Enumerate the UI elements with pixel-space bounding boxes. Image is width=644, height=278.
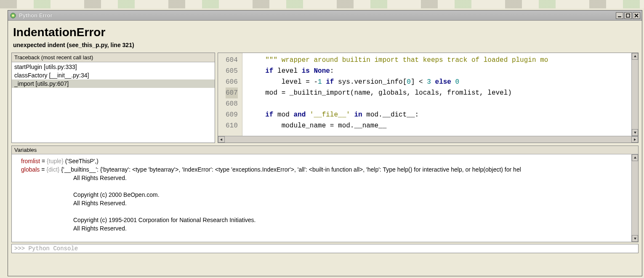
error-message: unexpected indent (see_this_p.py, line 3…	[13, 42, 639, 48]
variables-panel: Variables fromlist = {tuple} ('SeeThisP'…	[11, 146, 639, 242]
code-line: """ wrapper around builtin import that k…	[249, 55, 631, 66]
code-line: module_name = mod.__name__	[249, 120, 631, 131]
line-number: 606	[226, 77, 238, 87]
traceback-panel: Traceback (most recent call last) startP…	[11, 53, 215, 143]
scroll-up-button[interactable]	[632, 53, 638, 60]
split-pane: Traceback (most recent call last) startP…	[11, 53, 639, 143]
variables-vertical-scrollbar[interactable]	[631, 154, 638, 242]
vertical-scrollbar[interactable]	[631, 53, 638, 136]
line-number-gutter: 604605606607608609610	[218, 53, 242, 136]
background-strip	[0, 0, 644, 8]
traceback-row[interactable]: startPlugin [utils.py:333]	[12, 63, 215, 71]
line-number: 604	[226, 55, 238, 66]
vars-scroll-up-button[interactable]	[632, 154, 638, 161]
variable-name: fromlist	[21, 158, 40, 164]
close-button[interactable]	[633, 12, 640, 19]
error-window: Python Error IndentationError unexpected…	[8, 10, 642, 276]
line-number: 610	[226, 120, 238, 131]
traceback-row[interactable]: _import [utils.py:607]	[12, 79, 215, 88]
vars-scroll-down-button[interactable]	[632, 235, 638, 242]
variables-content[interactable]: fromlist = {tuple} ('SeeThisP',)globals …	[12, 154, 631, 242]
traceback-list[interactable]: startPlugin [utils.py:333]classFactory […	[12, 62, 215, 143]
content-area: IndentationError unexpected indent (see_…	[8, 21, 642, 276]
scroll-right-button[interactable]	[631, 136, 638, 143]
variable-value-continued: All Rights Reserved.	[21, 199, 627, 207]
variable-type: {dict}	[46, 166, 59, 173]
code-view[interactable]: """ wrapper around builtin import that k…	[242, 53, 631, 136]
maximize-button[interactable]	[624, 12, 632, 19]
variable-value-continued: Copyright (c) 2000 BeOpen.com.	[21, 191, 627, 199]
traceback-row[interactable]: classFactory [__init__.py:34]	[12, 71, 215, 79]
minimize-button[interactable]	[616, 12, 623, 19]
window-title: Python Error	[19, 12, 615, 19]
code-line: if mod and '__file__' in mod.__dict__:	[249, 109, 631, 120]
code-line: level = -1 if sys.version_info[0] < 3 el…	[249, 77, 631, 87]
variable-value-continued: All Rights Reserved.	[21, 174, 627, 182]
error-title: IndentationError	[13, 26, 639, 39]
line-number: 609	[226, 109, 238, 120]
variable-row[interactable]: fromlist = {tuple} ('SeeThisP',)	[21, 157, 627, 165]
variable-value-continued	[21, 207, 627, 216]
code-line	[249, 98, 631, 109]
variable-value-continued: Copyright (c) 1995-2001 Corporation for …	[21, 216, 627, 224]
scroll-down-button[interactable]	[632, 129, 638, 136]
variable-value: ('SeeThisP',)	[64, 158, 98, 164]
traceback-header: Traceback (most recent call last)	[12, 53, 215, 62]
line-number: 605	[226, 66, 238, 77]
svg-rect-2	[618, 16, 621, 17]
app-icon	[10, 12, 16, 19]
python-console[interactable]: >>> Python Console	[11, 244, 639, 253]
variable-value-continued: All Rights Reserved.	[21, 224, 627, 233]
variables-header: Variables	[12, 146, 638, 154]
console-prompt: >>>	[14, 245, 29, 252]
variable-name: globals	[21, 166, 40, 173]
line-number: 607	[226, 87, 238, 98]
line-number: 608	[226, 98, 238, 109]
variable-row[interactable]: globals = {dict} {'__builtins__': {'byte…	[21, 165, 627, 174]
code-line: if level is None:	[249, 66, 631, 77]
svg-point-1	[12, 14, 14, 16]
variable-value-continued	[21, 182, 627, 191]
horizontal-scrollbar[interactable]	[218, 136, 638, 143]
titlebar[interactable]: Python Error	[8, 11, 642, 21]
code-wrap: 604605606607608609610 """ wrapper around…	[218, 53, 638, 136]
variable-type: {tuple}	[47, 158, 64, 164]
svg-rect-3	[626, 14, 630, 17]
variable-value: {'__builtins__': {'bytearray': <type 'by…	[59, 166, 521, 173]
code-panel: 604605606607608609610 """ wrapper around…	[218, 53, 639, 143]
scroll-left-button[interactable]	[218, 136, 225, 143]
code-line: mod = _builtin_import(name, globals, loc…	[249, 87, 631, 98]
console-placeholder: Python Console	[29, 245, 78, 252]
